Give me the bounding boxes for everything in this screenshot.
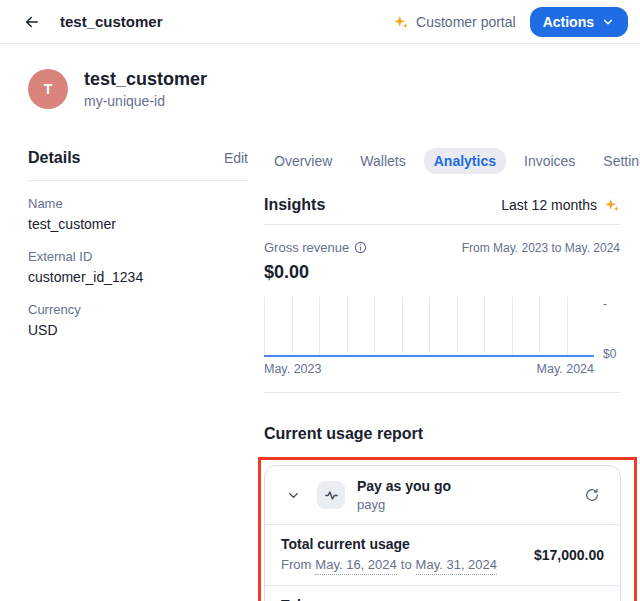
period-end-date[interactable]: May. 31, 2024: [416, 556, 497, 575]
total-usage-label: Total current usage: [281, 535, 497, 553]
period-to-word: to: [401, 556, 412, 575]
plan-code: payg: [357, 496, 568, 513]
chevron-down-icon: [286, 488, 301, 503]
back-button[interactable]: [20, 10, 44, 34]
refresh-icon: [584, 487, 600, 503]
insights-title: Insights: [264, 196, 325, 214]
x-tick-end: May. 2024: [537, 362, 594, 376]
plan-chip: [317, 481, 345, 509]
avatar: T: [28, 69, 68, 109]
section-divider: [264, 392, 620, 393]
customer-profile-header: T test_customer my-unique-id: [0, 44, 640, 110]
total-usage-amount: $17,000.00: [534, 547, 604, 563]
sparkle-icon: [393, 14, 409, 30]
avatar-initial: T: [44, 81, 53, 97]
chart-plot-area: [264, 297, 594, 357]
refresh-button[interactable]: [580, 483, 604, 507]
period-start-date[interactable]: May. 16, 2024: [315, 556, 396, 575]
field-label: Currency: [28, 301, 248, 318]
tab-wallets[interactable]: Wallets: [350, 148, 415, 174]
customer-name: test_customer: [84, 68, 207, 90]
revenue-zero-line: [264, 355, 594, 357]
detail-field-name: Name test_customer: [28, 195, 248, 234]
gross-revenue-label: Gross revenue: [264, 240, 349, 255]
tab-invoices[interactable]: Invoices: [514, 148, 585, 174]
insights-divider: [264, 224, 620, 225]
top-bar: test_customer Customer portal Actions: [0, 0, 640, 44]
field-value: USD: [28, 321, 248, 340]
gross-revenue-label-row: Gross revenue: [264, 240, 367, 255]
actions-button[interactable]: Actions: [530, 7, 628, 37]
details-divider: [28, 180, 248, 181]
details-panel: Details Edit Name test_customer External…: [28, 146, 248, 601]
usage-report-title: Current usage report: [264, 425, 620, 443]
field-label: Name: [28, 195, 248, 212]
period-selector[interactable]: Last 12 months: [501, 197, 620, 213]
date-range-label: From May. 2023 to May. 2024: [462, 240, 620, 255]
tab-bar: Overview Wallets Analytics Invoices Sett…: [264, 148, 620, 174]
plan-header-row: Pay as you go payg: [265, 466, 620, 524]
gross-revenue-chart: - $0 May. 2023 May. 2024: [264, 297, 620, 376]
field-value: customer_id_1234: [28, 268, 248, 287]
actions-label: Actions: [543, 14, 594, 30]
field-label: External ID: [28, 248, 248, 265]
y-tick-bottom: $0: [603, 347, 616, 361]
chevron-down-icon: [601, 15, 615, 29]
period-from-word: From: [281, 556, 311, 575]
customer-portal-label: Customer portal: [416, 14, 516, 30]
period-label: Last 12 months: [501, 197, 597, 213]
usage-plan-card: Pay as you go payg Total current usage: [264, 465, 621, 601]
x-tick-start: May. 2023: [264, 362, 321, 376]
detail-field-currency: Currency USD: [28, 301, 248, 340]
customer-portal-button[interactable]: Customer portal: [393, 14, 516, 30]
details-title: Details: [28, 149, 80, 167]
edit-button[interactable]: Edit: [224, 150, 248, 166]
back-arrow-icon: [23, 13, 41, 31]
plan-name: Pay as you go: [357, 477, 568, 495]
sparkle-icon: [604, 197, 620, 213]
gross-revenue-value: $0.00: [264, 262, 620, 283]
total-usage-period: From May. 16, 2024 to May. 31, 2024: [281, 556, 497, 575]
detail-field-external-id: External ID customer_id_1234: [28, 248, 248, 287]
annotation-highlight-box: Pay as you go payg Total current usage: [258, 457, 637, 601]
y-tick-top: -: [603, 297, 607, 311]
tab-settings[interactable]: Settings: [593, 148, 640, 174]
field-value: test_customer: [28, 215, 248, 234]
total-usage-row: Total current usage From May. 16, 2024 t…: [265, 525, 620, 585]
activity-pulse-icon: [324, 488, 339, 503]
usage-item-row: Tokens openai_tokens: [265, 586, 620, 601]
tab-analytics[interactable]: Analytics: [424, 148, 506, 174]
expand-collapse-button[interactable]: [281, 483, 305, 507]
customer-external-uid: my-unique-id: [84, 92, 207, 110]
page-title: test_customer: [60, 13, 163, 30]
info-icon[interactable]: [354, 241, 367, 254]
usage-item-name: Tokens: [281, 596, 604, 601]
tab-overview[interactable]: Overview: [264, 148, 342, 174]
